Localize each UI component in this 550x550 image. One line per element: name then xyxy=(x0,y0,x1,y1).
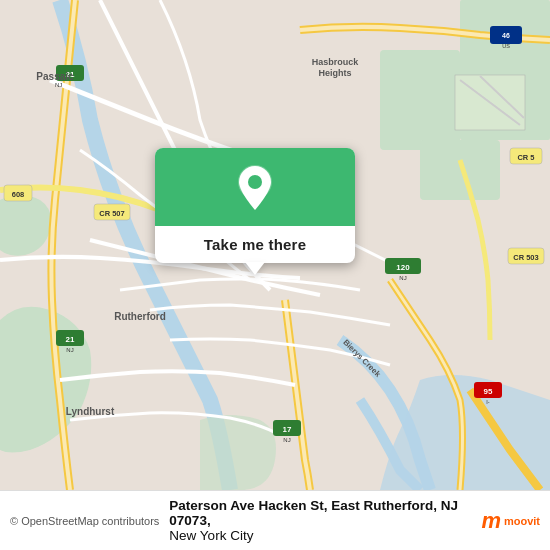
svg-text:US: US xyxy=(502,43,510,49)
svg-text:CR 507: CR 507 xyxy=(99,209,124,218)
bottom-bar: © OpenStreetMap contributors Paterson Av… xyxy=(0,490,550,550)
svg-text:21: 21 xyxy=(66,335,75,344)
svg-point-40 xyxy=(248,175,262,189)
map-pin-icon xyxy=(235,164,275,212)
svg-text:46: 46 xyxy=(502,32,510,39)
svg-text:Hasbrouck: Hasbrouck xyxy=(312,57,360,67)
svg-text:Lyndhurst: Lyndhurst xyxy=(66,406,115,417)
osm-attribution: © OpenStreetMap contributors xyxy=(10,515,159,527)
svg-text:Passaic: Passaic xyxy=(36,71,74,82)
moovit-brand-text: moovit xyxy=(504,515,540,527)
svg-text:17: 17 xyxy=(283,425,292,434)
svg-text:Heights: Heights xyxy=(318,68,351,78)
svg-text:95: 95 xyxy=(484,387,493,396)
svg-text:NJ: NJ xyxy=(66,347,73,353)
take-me-there-button[interactable]: Take me there xyxy=(196,236,314,253)
svg-text:NJ: NJ xyxy=(283,437,290,443)
svg-text:Rutherford: Rutherford xyxy=(114,311,166,322)
location-tooltip: Take me there xyxy=(155,148,355,263)
svg-text:CR 5: CR 5 xyxy=(517,153,534,162)
moovit-m-icon: m xyxy=(481,508,501,534)
address-line1: Paterson Ave Hacken St, East Rutherford,… xyxy=(169,498,475,528)
map-view: 21 NJ 21 NJ 46 US 17 NJ 120 NJ 95 I- CR … xyxy=(0,0,550,490)
svg-text:I-: I- xyxy=(486,399,490,405)
svg-rect-1 xyxy=(380,50,460,150)
svg-text:NJ: NJ xyxy=(55,82,62,88)
address-block: Paterson Ave Hacken St, East Rutherford,… xyxy=(169,498,475,543)
svg-text:120: 120 xyxy=(396,263,410,272)
pin-area xyxy=(155,148,355,226)
moovit-logo: m moovit xyxy=(481,508,540,534)
svg-rect-3 xyxy=(420,140,500,200)
svg-text:608: 608 xyxy=(12,190,25,199)
svg-text:CR 503: CR 503 xyxy=(513,253,538,262)
address-line2: New York City xyxy=(169,528,475,543)
svg-text:NJ: NJ xyxy=(399,275,406,281)
